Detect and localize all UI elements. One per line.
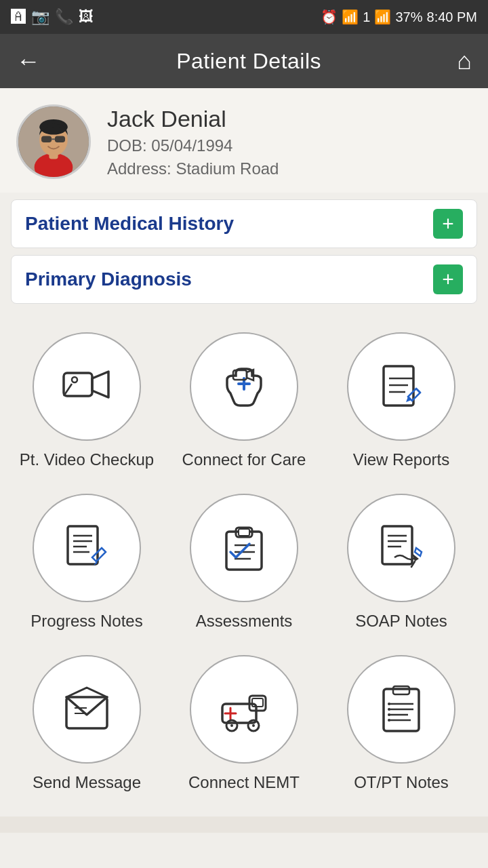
patient-address: Address: Stadium Road [107, 159, 279, 178]
svg-point-47 [230, 724, 233, 727]
action-item-view-reports[interactable]: View Reports [323, 321, 480, 483]
connect-care-label: Connect for Care [182, 450, 306, 469]
action-item-connect-care[interactable]: Connect for Care [165, 321, 323, 483]
connect-nemt-circle [190, 655, 298, 764]
video-checkup-label: Pt. Video Checkup [20, 450, 154, 469]
svg-point-59 [388, 719, 390, 722]
gallery-icon: 🖼 [79, 8, 94, 26]
patient-card: Jack Denial DOB: 05/04/1994 Address: Sta… [0, 88, 488, 193]
action-item-video-checkup[interactable]: Pt. Video Checkup [8, 321, 165, 483]
video-checkup-circle [33, 332, 141, 441]
home-button[interactable]: ⌂ [457, 47, 472, 75]
view-reports-circle [347, 332, 455, 441]
ot-pt-notes-label: OT/PT Notes [354, 773, 449, 792]
soap-notes-label: SOAP Notes [355, 612, 447, 631]
app-icon-2: 📷 [31, 8, 49, 26]
svg-point-48 [252, 724, 255, 727]
action-item-assessments[interactable]: Assessments [165, 483, 323, 644]
patient-name: Jack Denial [107, 106, 279, 132]
svg-rect-29 [239, 529, 249, 536]
action-item-ot-pt-notes[interactable]: OT/PT Notes [323, 644, 480, 806]
send-message-circle [33, 655, 141, 764]
medical-history-label: Patient Medical History [25, 213, 234, 235]
alarm-icon: ⏰ [321, 9, 338, 25]
wifi-icon: 📶 [342, 9, 359, 25]
svg-point-57 [388, 708, 390, 711]
status-bar-right: ⏰ 📶 1 📶 37% 8:40 PM [321, 9, 477, 25]
svg-marker-9 [92, 372, 108, 397]
svg-rect-5 [41, 136, 52, 142]
status-bar: 🅰 📷 📞 🖼 ⏰ 📶 1 📶 37% 8:40 PM [0, 0, 488, 34]
view-reports-label: View Reports [353, 450, 449, 469]
svg-rect-51 [393, 686, 409, 694]
action-item-soap-notes[interactable]: SOAP Notes [323, 483, 480, 644]
connect-care-circle [190, 332, 298, 441]
svg-rect-49 [252, 698, 263, 707]
action-grid: Pt. Video Checkup Connect for Care [0, 311, 488, 816]
primary-diagnosis-label: Primary Diagnosis [25, 269, 192, 290]
bottom-bar [0, 816, 488, 833]
toolbar: ← Patient Details ⌂ [0, 34, 488, 88]
ot-pt-notes-circle [347, 655, 455, 764]
assessments-label: Assessments [196, 612, 293, 631]
svg-point-56 [388, 703, 390, 705]
primary-diagnosis-add-button[interactable]: + [433, 264, 463, 294]
medical-history-add-button[interactable]: + [433, 209, 463, 239]
time-display: 8:40 PM [427, 9, 477, 25]
progress-notes-circle [33, 494, 141, 602]
action-item-progress-notes[interactable]: Progress Notes [8, 483, 165, 644]
send-message-label: Send Message [33, 773, 141, 792]
svg-rect-8 [64, 373, 92, 396]
svg-point-58 [388, 713, 390, 716]
primary-diagnosis-card[interactable]: Primary Diagnosis + [11, 255, 477, 304]
signal-icon: 📶 [374, 9, 391, 25]
action-item-connect-nemt[interactable]: Connect NEMT [165, 644, 323, 806]
assessments-circle [190, 494, 298, 602]
patient-info: Jack Denial DOB: 05/04/1994 Address: Sta… [107, 106, 279, 178]
medical-history-card[interactable]: Patient Medical History + [11, 199, 477, 248]
svg-point-10 [72, 377, 77, 382]
svg-rect-6 [55, 136, 65, 142]
status-bar-left: 🅰 📷 📞 🖼 [11, 8, 94, 26]
battery-text: 37% [395, 9, 422, 25]
action-item-send-message[interactable]: Send Message [8, 644, 165, 806]
avatar [16, 104, 91, 179]
connect-nemt-label: Connect NEMT [188, 773, 300, 792]
progress-notes-label: Progress Notes [30, 612, 142, 631]
page-title: Patient Details [176, 49, 321, 74]
patient-dob: DOB: 05/04/1994 [107, 136, 279, 155]
soap-notes-circle [347, 494, 455, 602]
back-button[interactable]: ← [16, 47, 41, 75]
sim-icon: 1 [363, 9, 370, 25]
whatsapp-icon: 📞 [55, 8, 73, 26]
app-icon-1: 🅰 [11, 8, 26, 26]
svg-line-20 [416, 389, 420, 393]
